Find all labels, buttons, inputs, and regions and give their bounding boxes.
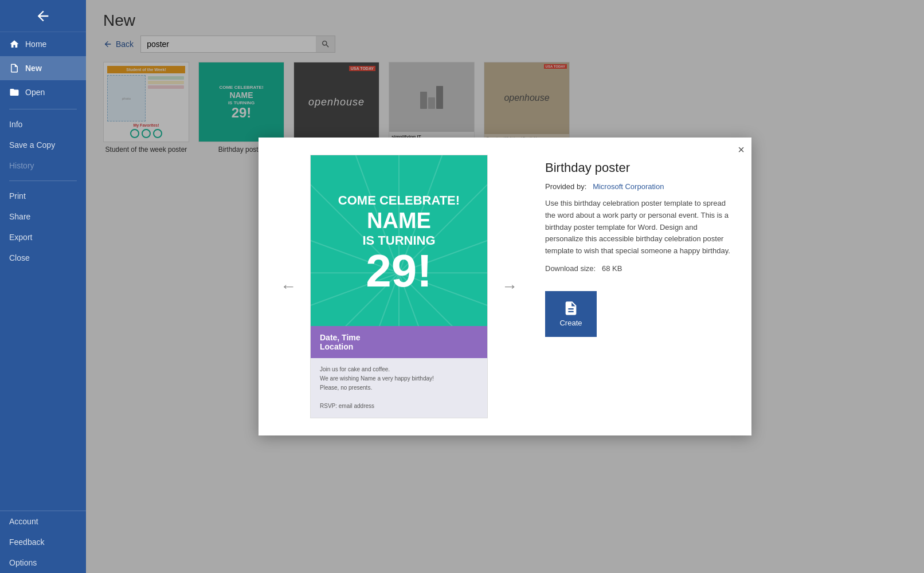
poster-top: COME CELEBRATE! NAME IS TURNING 29! bbox=[311, 155, 487, 326]
modal-body: ← bbox=[259, 138, 751, 435]
back-to-doc-button[interactable] bbox=[0, 0, 86, 32]
poster-bottom-text: Join us for cake and coffee. We are wish… bbox=[311, 358, 487, 418]
create-button[interactable]: Create bbox=[545, 291, 597, 337]
modal-provider: Provided by: Microsoft Corporation bbox=[545, 182, 734, 191]
new-doc-icon bbox=[9, 63, 19, 73]
next-template-button[interactable]: → bbox=[497, 273, 522, 300]
template-preview-modal: × ← bbox=[259, 138, 751, 435]
sidebar-item-export[interactable]: Export bbox=[0, 227, 86, 248]
modal-info-panel: Birthday poster Provided by: Microsoft C… bbox=[545, 155, 734, 337]
sidebar-item-new[interactable]: New bbox=[0, 56, 86, 80]
sidebar-item-history: History bbox=[0, 155, 86, 176]
poster-location: Date, Time Location bbox=[311, 326, 487, 358]
sidebar-item-home-label: Home bbox=[25, 40, 46, 49]
sidebar-item-open-label: Open bbox=[25, 88, 45, 97]
sidebar: Home New Open Info Save a Copy History P… bbox=[0, 0, 86, 573]
sidebar-item-home[interactable]: Home bbox=[0, 32, 86, 56]
sidebar-item-save-copy[interactable]: Save a Copy bbox=[0, 135, 86, 155]
sidebar-item-new-label: New bbox=[25, 64, 42, 73]
sidebar-item-info[interactable]: Info bbox=[0, 114, 86, 135]
modal-provider-name: Microsoft Corporation bbox=[593, 182, 664, 191]
poster-number: 29! bbox=[366, 248, 432, 294]
main-content: New Back Student of the Week! pho bbox=[86, 0, 924, 573]
sidebar-item-feedback[interactable]: Feedback bbox=[0, 532, 86, 552]
create-button-label: Create bbox=[559, 319, 582, 327]
sidebar-bottom: Account Feedback Options bbox=[0, 511, 86, 573]
home-icon bbox=[9, 39, 19, 49]
open-icon bbox=[9, 87, 19, 97]
back-arrow-icon bbox=[35, 8, 51, 24]
sidebar-divider-2 bbox=[9, 180, 77, 181]
poster-preview: COME CELEBRATE! NAME IS TURNING 29! Date… bbox=[310, 155, 488, 418]
prev-template-button[interactable]: ← bbox=[276, 273, 301, 300]
poster-come-celebrate: COME CELEBRATE! bbox=[338, 193, 460, 208]
sidebar-divider-1 bbox=[9, 109, 77, 109]
sidebar-item-options[interactable]: Options bbox=[0, 552, 86, 573]
modal-download-size: Download size: 68 KB bbox=[545, 264, 734, 273]
modal-provider-label: Provided by: bbox=[545, 182, 586, 191]
modal-overlay: × ← bbox=[86, 0, 924, 573]
sidebar-item-print[interactable]: Print bbox=[0, 186, 86, 206]
sidebar-item-close[interactable]: Close bbox=[0, 248, 86, 268]
sidebar-item-share[interactable]: Share bbox=[0, 206, 86, 227]
modal-close-button[interactable]: × bbox=[738, 143, 745, 156]
sidebar-nav: Home New Open Info Save a Copy History P… bbox=[0, 32, 86, 511]
modal-description: Use this birthday celebration poster tem… bbox=[545, 198, 734, 257]
modal-template-title: Birthday poster bbox=[545, 160, 734, 175]
sidebar-item-account[interactable]: Account bbox=[0, 511, 86, 532]
create-doc-icon bbox=[563, 300, 579, 316]
poster-name: NAME bbox=[367, 209, 431, 233]
sidebar-item-open[interactable]: Open bbox=[0, 80, 86, 104]
preview-area: ← bbox=[276, 155, 522, 418]
